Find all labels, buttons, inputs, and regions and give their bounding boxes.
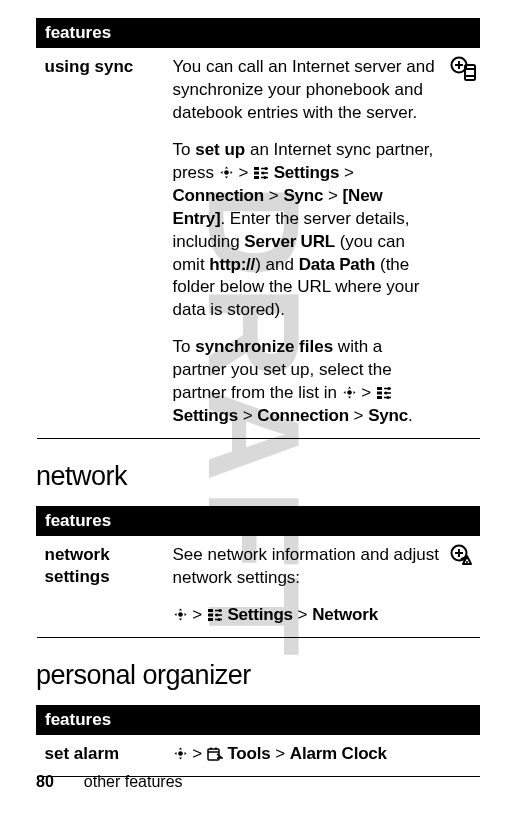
- svg-point-6: [224, 170, 229, 175]
- menu-settings: Settings: [173, 406, 238, 425]
- svg-rect-18: [377, 392, 382, 395]
- center-key-icon: [173, 743, 188, 766]
- svg-rect-33: [208, 618, 213, 621]
- network-desc: See network information and adjust netwo…: [173, 544, 440, 590]
- svg-point-39: [217, 618, 220, 621]
- menu-alarm-clock: Alarm Clock: [290, 744, 387, 763]
- sync-badge-icon: [450, 56, 478, 91]
- text: ) and: [255, 255, 298, 274]
- features-header: features: [37, 19, 480, 48]
- features-header: features: [37, 507, 480, 536]
- separator: >: [349, 406, 368, 425]
- svg-rect-8: [254, 171, 259, 174]
- svg-rect-17: [377, 387, 382, 390]
- separator: >: [188, 744, 207, 763]
- sync-sync-text: To synchronize files with a partner you …: [173, 336, 440, 428]
- separator: >: [293, 605, 312, 624]
- settings-icon: [207, 604, 223, 627]
- svg-rect-19: [377, 396, 382, 399]
- svg-point-37: [218, 609, 221, 612]
- separator: >: [188, 605, 207, 624]
- svg-point-25: [387, 396, 390, 399]
- svg-point-38: [215, 614, 218, 617]
- menu-connection: Connection: [257, 406, 349, 425]
- svg-point-40: [178, 751, 183, 756]
- features-table-network: features network settings See network in…: [36, 506, 480, 638]
- svg-point-15: [264, 176, 267, 179]
- row-set-alarm-label: set alarm: [37, 735, 165, 777]
- svg-point-14: [262, 171, 265, 174]
- row-set-alarm-content: > Tools > Alarm Clock: [165, 735, 480, 777]
- features-header: features: [37, 706, 480, 735]
- svg-point-13: [265, 167, 268, 170]
- svg-point-23: [388, 387, 391, 390]
- settings-icon: [376, 382, 392, 405]
- menu-settings: Settings: [269, 163, 339, 182]
- menu-sync: Sync: [283, 186, 323, 205]
- center-key-icon: [219, 162, 234, 185]
- svg-point-30: [178, 612, 183, 617]
- bold-text: synchronize files: [195, 337, 333, 356]
- row-network-settings-content: See network information and adjust netwo…: [165, 536, 480, 638]
- network-badge-icon: [450, 544, 478, 579]
- text: To: [173, 140, 196, 159]
- heading-network: network: [36, 461, 480, 492]
- separator: >: [339, 163, 354, 182]
- label-http: http://: [209, 255, 255, 274]
- center-key-icon: [173, 604, 188, 627]
- svg-rect-32: [208, 614, 213, 617]
- menu-connection: Connection: [173, 186, 265, 205]
- center-key-icon: [342, 382, 357, 405]
- settings-icon: [253, 162, 269, 185]
- separator: >: [357, 383, 376, 402]
- separator: >: [234, 163, 253, 182]
- separator: >: [270, 744, 289, 763]
- svg-point-16: [347, 390, 352, 395]
- separator: >: [264, 186, 283, 205]
- separator: >: [328, 186, 343, 205]
- separator: >: [238, 406, 257, 425]
- row-using-sync-label: using sync: [37, 48, 165, 439]
- menu-sync: Sync: [368, 406, 408, 425]
- tools-icon: [207, 743, 223, 766]
- row-network-settings-label: network settings: [37, 536, 165, 638]
- menu-tools: Tools: [223, 744, 271, 763]
- features-table-sync: features using sync You can call an Inte…: [36, 18, 480, 439]
- menu-settings: Settings: [223, 605, 293, 624]
- menu-network: Network: [312, 605, 378, 624]
- text: To: [173, 337, 196, 356]
- row-using-sync-content: You can call an Internet server and sync…: [165, 48, 480, 439]
- features-table-personal: features set alarm > Tools > Alarm Clock: [36, 705, 480, 777]
- text: .: [408, 406, 413, 425]
- svg-rect-9: [254, 176, 259, 179]
- svg-rect-31: [208, 609, 213, 612]
- network-path: > Settings > Network: [173, 604, 440, 627]
- label-server-url: Server URL: [244, 232, 335, 251]
- sync-intro-text: You can call an Internet server and sync…: [173, 56, 440, 125]
- label-data-path: Data Path: [299, 255, 376, 274]
- sync-setup-text: To set up an Internet sync partner, pres…: [173, 139, 440, 323]
- bold-text: set up: [195, 140, 245, 159]
- svg-point-24: [385, 392, 388, 395]
- heading-personal-organizer: personal organizer: [36, 660, 480, 691]
- svg-rect-7: [254, 167, 259, 170]
